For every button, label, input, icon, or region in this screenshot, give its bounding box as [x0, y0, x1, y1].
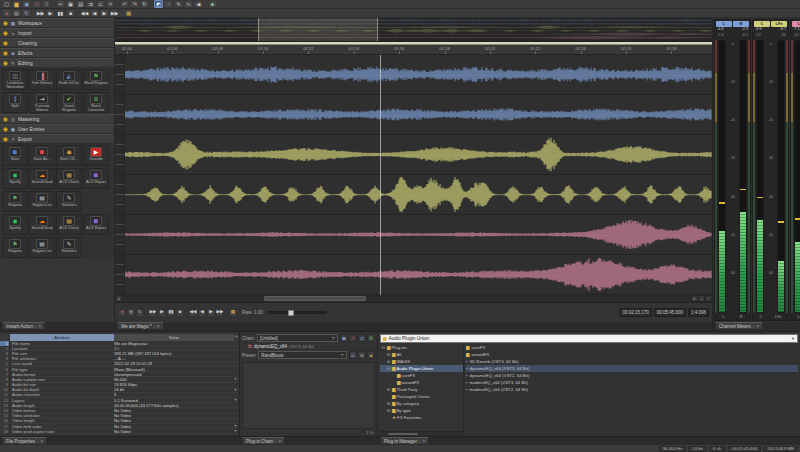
close-icon[interactable]: × — [278, 439, 281, 444]
sidebar-section-user-entries[interactable]: ▣User Entries — [0, 124, 114, 134]
plugin-list-item[interactable]: ▪dynamicEQ_x64 (VST3, 64 Bit) — [466, 365, 798, 372]
truncate-silence-button[interactable]: ⇥Truncate Silence — [29, 92, 55, 113]
sidebar-section-workspace[interactable]: ▦Workspace — [0, 18, 114, 28]
transport-play-all-icon[interactable]: ▶▶ — [149, 309, 157, 317]
track-lane-r[interactable] — [115, 95, 712, 135]
acx-check-button[interactable]: ▤ACX Check — [56, 168, 82, 189]
acx-check-2-button[interactable]: ▤ACX Check — [56, 214, 82, 235]
edit-tool-icon[interactable]: ◩ — [154, 0, 163, 8]
acx-export-2-button[interactable]: ◼ACX Export — [83, 214, 109, 235]
close-icon[interactable]: × — [422, 439, 425, 444]
go-to-start-icon[interactable]: ◀◀ — [80, 9, 89, 17]
tab-file-properties[interactable]: File Properties ▫ × — [2, 437, 47, 445]
audition-icon[interactable]: A — [367, 334, 375, 342]
plugin-path-combobox[interactable]: ▆ Audio Plugin Union ▼ — [380, 334, 798, 343]
chain-select[interactable]: [Untitled] ▼ — [257, 334, 338, 342]
envelope-tool-icon[interactable]: ∿ — [184, 0, 193, 8]
expander-plus-icon[interactable]: ⊞ — [386, 387, 391, 392]
expander-minus-icon[interactable]: ⊟ — [381, 345, 386, 350]
cursor-time-display[interactable]: 00:02:15,170 — [619, 308, 651, 317]
statistics-2-button[interactable]: ✎Statistics — [56, 237, 82, 258]
loudness-normalize-button[interactable]: ◫Loudness Normalize — [2, 69, 28, 90]
save-button[interactable]: ◼Save — [2, 145, 28, 166]
transport-go-to-start-icon[interactable]: ◀◀ — [189, 309, 197, 317]
sidebar-section-editing[interactable]: ✎Editing — [0, 58, 114, 68]
region-list-2-button[interactable]: ▤Region List — [29, 237, 55, 258]
transport-rewind-icon[interactable]: ◀ — [198, 309, 206, 317]
transport-record-remote-icon[interactable]: ◎ — [127, 309, 135, 317]
routing-icon[interactable]: ⇄ — [358, 334, 366, 342]
copy-icon[interactable]: ▣ — [66, 0, 75, 8]
fade-in-out-button[interactable]: ◭Fade In/Out — [56, 69, 82, 90]
track-waveform-l[interactable] — [125, 55, 712, 94]
plugin-list-item[interactable]: ▪modernEQ_x64 (VST2, 64 Bit) — [466, 386, 798, 393]
soundcloud-button[interactable]: ☁SoundCloud — [29, 168, 55, 189]
statistics-button[interactable]: ✎Statistics — [56, 191, 82, 212]
play-icon[interactable]: ▶ — [46, 9, 55, 17]
plugin-list-item[interactable]: ▪modernEQ_x64 (VST3, 64 Bit) — [466, 379, 798, 386]
sidebar-section-export[interactable]: ⇗Export — [0, 134, 114, 144]
go-to-end-icon[interactable]: ▶▶ — [110, 9, 119, 17]
plugin-list-item[interactable]: ▪3D Reverb (VST3, 64 Bit) — [466, 358, 798, 365]
preset-select[interactable]: RandBoost ▼ — [258, 351, 347, 359]
paste-icon[interactable]: ▤ — [76, 0, 85, 8]
rewind-icon[interactable]: ◀ — [90, 9, 99, 17]
track-lane-rs[interactable] — [115, 255, 712, 295]
scrollbar-thumb[interactable] — [264, 296, 365, 301]
transport-mixer-icon[interactable]: ▦ — [229, 309, 237, 317]
expander-plus-icon[interactable]: ⊞ — [386, 401, 391, 406]
close-icon[interactable]: × — [40, 439, 43, 444]
mix-paste-icon[interactable]: ⇉ — [86, 0, 95, 8]
undo-icon[interactable]: ↶ — [120, 0, 129, 8]
zoom-ratio-display[interactable]: 1:4.096 — [688, 308, 709, 317]
loop-playback-icon[interactable]: ↻ — [22, 9, 31, 17]
save-as-button[interactable]: ◼Save As... — [29, 145, 55, 166]
open-folder-icon[interactable]: ▆ — [12, 0, 21, 8]
track-waveform-ls[interactable] — [125, 215, 712, 254]
chevron-down-icon[interactable]: ▼ — [232, 424, 239, 428]
trim-icon[interactable]: ⊏ — [96, 0, 105, 8]
track-waveform-r[interactable] — [125, 95, 712, 134]
sidebar-section-import[interactable]: ⇘Import — [0, 28, 114, 38]
play-all-icon[interactable]: ▶▶ — [36, 9, 45, 17]
float-window-icon[interactable]: ▫ — [753, 324, 754, 329]
close-icon[interactable]: × — [38, 324, 41, 329]
track-lane-l[interactable] — [115, 55, 712, 95]
zoom-out-icon[interactable]: − — [705, 295, 712, 302]
check-regions-names-button[interactable]: ✔Check Regions names — [56, 92, 82, 113]
record-remote-icon[interactable]: ◎ — [12, 9, 21, 17]
record-icon[interactable]: ● — [2, 9, 11, 17]
chain-plugin-row[interactable]: fx dynamicEQ_x64 (VST3, 64 Bit) — [242, 344, 375, 349]
transport-play-icon[interactable]: ▶ — [158, 309, 166, 317]
zoom-in-icon[interactable]: + — [698, 295, 705, 302]
chevron-down-icon[interactable]: ▼ — [232, 377, 239, 381]
tree-item-audio-plugin-union[interactable]: ⊟▆Audio Plugin Union — [380, 365, 463, 372]
chevron-down-icon[interactable]: ▼ — [232, 398, 239, 402]
scroll-up-icon[interactable]: ▲ — [234, 334, 239, 341]
tree-item-magix[interactable]: ⊞▆MAGIX — [380, 358, 463, 365]
track-waveform-lfe[interactable] — [125, 175, 712, 214]
transport-pause-icon[interactable]: ▮▮ — [167, 309, 175, 317]
sidebar-section-cleaning[interactable]: ◌Cleaning — [0, 38, 114, 48]
overview-selection[interactable] — [258, 18, 377, 41]
transport-forward-icon[interactable]: ▶ — [207, 309, 215, 317]
delete-icon[interactable]: × — [106, 0, 115, 8]
plugin-list-item[interactable]: ▆wizardFX — [466, 351, 798, 358]
forward-icon[interactable]: ▶ — [100, 9, 109, 17]
float-window-icon[interactable]: ▫ — [154, 324, 155, 329]
tree-item-third-party[interactable]: ⊞▆Third Party — [380, 386, 463, 393]
chain-plugin-list[interactable] — [242, 362, 375, 429]
expander-minus-icon[interactable]: ⊟ — [386, 366, 391, 371]
pause-icon[interactable]: ▮▮ — [56, 9, 65, 17]
spotify-button[interactable]: ◉Spotify — [2, 168, 28, 189]
plugin-chain-tool-icon[interactable]: ◈ — [208, 0, 217, 8]
track-lane-ls[interactable] — [115, 215, 712, 255]
track-lane-lfe[interactable] — [115, 175, 712, 215]
expander-plus-icon[interactable]: ⊞ — [386, 352, 391, 357]
scrollbar-thumb[interactable] — [388, 433, 418, 435]
expander-plus-icon[interactable]: ⊞ — [386, 359, 391, 364]
float-window-icon[interactable]: ▫ — [35, 324, 36, 329]
float-window-icon[interactable]: ▫ — [37, 439, 38, 444]
expander-plus-icon[interactable]: ⊞ — [386, 408, 391, 413]
new-file-icon[interactable]: ▢ — [2, 0, 11, 8]
